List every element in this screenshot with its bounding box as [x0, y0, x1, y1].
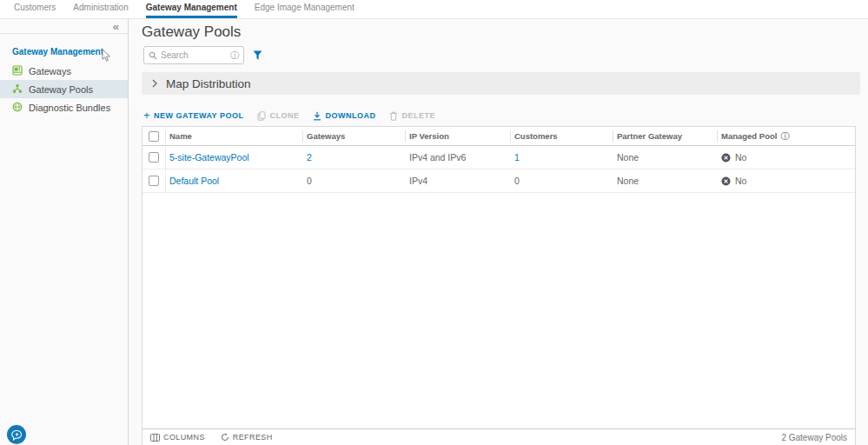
clone-button[interactable]: CLONE: [257, 111, 299, 121]
sidebar-item-gateways[interactable]: Gateways: [0, 62, 128, 80]
diagnostic-bundles-icon: [12, 102, 23, 114]
ip-version-value: IPv4 and IPv6: [406, 152, 511, 163]
sidebar-item-label: Gateways: [29, 66, 71, 76]
sidebar-section-title: Gateway Management: [12, 47, 128, 56]
search-icon: [149, 51, 157, 60]
trash-icon: [389, 111, 398, 121]
managed-pool-info-icon[interactable]: ⓘ: [780, 132, 789, 141]
refresh-icon: [221, 433, 229, 442]
sidebar-collapse-row: «: [0, 19, 128, 34]
sidebar-item-label: Diagnostic Bundles: [29, 103, 110, 113]
column-header-managed-pool[interactable]: Managed Pool ⓘ: [718, 130, 855, 143]
row-count-label: 2 Gateway Pools: [781, 433, 847, 442]
customers-count-value: 0: [511, 176, 613, 186]
table-toolbar: + NEW GATEWAY POOL CLONE DOWNLOAD DELET: [143, 109, 435, 123]
gateway-management-app: Customers Administration Gateway Managem…: [0, 0, 868, 445]
main-content: Gateway Pools ⓘ Map Distribution + NE: [129, 19, 868, 445]
columns-button[interactable]: COLUMNS: [150, 433, 205, 442]
pool-name-link[interactable]: 5-site-GatewayPool: [169, 152, 249, 163]
refresh-button[interactable]: REFRESH: [221, 433, 273, 442]
table-footer: COLUMNS REFRESH 2 Gateway Pools: [142, 428, 855, 445]
filter-icon[interactable]: [253, 50, 262, 61]
gateways-count-link[interactable]: 2: [307, 152, 312, 163]
collapse-sidebar-icon[interactable]: «: [113, 21, 119, 32]
sidebar: « Gateway Management Gateways Gateway Po…: [0, 19, 129, 445]
search-input[interactable]: [161, 50, 230, 60]
clone-icon: [257, 111, 266, 121]
managed-no-icon: [721, 153, 731, 163]
page-title: Gateway Pools: [142, 23, 241, 41]
chat-bubble-icon: [11, 429, 23, 441]
table-row: 5-site-GatewayPool 2 IPv4 and IPv6 1 Non…: [142, 146, 855, 169]
column-header-partner-gateway[interactable]: Partner Gateway: [613, 130, 718, 143]
row-checkbox[interactable]: [149, 152, 159, 163]
ip-version-value: IPv4: [406, 176, 511, 186]
map-distribution-section[interactable]: Map Distribution: [142, 72, 860, 95]
table-header-row: Name Gateways IP Version Customers Partn…: [142, 127, 855, 146]
partner-gateway-value: None: [613, 152, 718, 163]
column-header-ip-version[interactable]: IP Version: [406, 130, 511, 143]
select-all-checkbox[interactable]: [149, 131, 159, 142]
map-distribution-label: Map Distribution: [166, 77, 251, 90]
tab-edge-image-management[interactable]: Edge Image Management: [255, 0, 354, 18]
top-navigation: Customers Administration Gateway Managem…: [0, 0, 868, 19]
sidebar-item-label: Gateway Pools: [29, 84, 93, 95]
tab-administration[interactable]: Administration: [73, 0, 128, 18]
column-header-customers[interactable]: Customers: [511, 130, 613, 143]
tab-gateway-management[interactable]: Gateway Management: [146, 0, 237, 18]
download-icon: [313, 111, 321, 121]
gateways-count-value: 0: [303, 176, 406, 186]
gateway-pools-icon: [12, 83, 23, 96]
customers-count-link[interactable]: 1: [514, 152, 520, 163]
row-checkbox[interactable]: [149, 176, 159, 186]
search-box: ⓘ: [143, 46, 244, 64]
plus-icon: +: [143, 110, 150, 121]
columns-icon: [150, 434, 160, 442]
managed-pool-value: No: [735, 152, 746, 163]
managed-pool-value: No: [735, 176, 746, 186]
column-header-gateways[interactable]: Gateways: [303, 130, 406, 143]
feedback-button[interactable]: [7, 425, 26, 444]
sidebar-item-diagnostic-bundles[interactable]: Diagnostic Bundles: [0, 98, 128, 116]
new-gateway-pool-button[interactable]: + NEW GATEWAY POOL: [143, 110, 243, 121]
managed-no-icon: [721, 176, 731, 186]
chevron-right-icon: [151, 79, 158, 88]
delete-button[interactable]: DELETE: [389, 111, 435, 121]
gateways-icon: [12, 65, 23, 77]
gateway-pools-table: Name Gateways IP Version Customers Partn…: [142, 126, 856, 445]
pool-name-link[interactable]: Default Pool: [169, 176, 219, 186]
download-button[interactable]: DOWNLOAD: [313, 111, 375, 121]
sidebar-item-gateway-pools[interactable]: Gateway Pools: [0, 80, 128, 98]
partner-gateway-value: None: [613, 176, 718, 186]
column-header-name[interactable]: Name: [166, 130, 303, 143]
tab-customers[interactable]: Customers: [14, 0, 56, 18]
table-row: Default Pool 0 IPv4 0 None No: [142, 169, 855, 193]
search-info-icon[interactable]: ⓘ: [230, 51, 239, 60]
